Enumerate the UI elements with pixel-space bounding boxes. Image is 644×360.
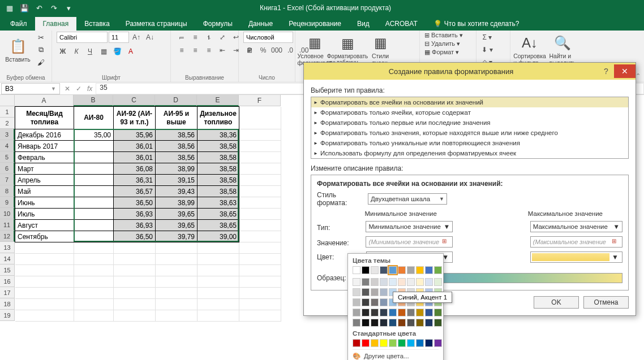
table-cell[interactable]: 38,58: [198, 175, 239, 186]
cancel-button[interactable]: Отмена: [583, 296, 629, 309]
row-header-10[interactable]: 10: [0, 208, 15, 219]
table-header-cell[interactable]: Месяц/Вид топлива: [15, 107, 74, 129]
fill-color-button[interactable]: 🪣: [111, 46, 123, 57]
delete-cells-button[interactable]: ⊟ Удалить ▾: [424, 40, 460, 47]
table-cell[interactable]: 38,36: [198, 129, 239, 141]
color-swatch[interactable]: [353, 298, 360, 306]
color-swatch[interactable]: [362, 266, 370, 274]
min-type-combo[interactable]: Минимальное значение▼: [366, 221, 453, 232]
rule-type-list[interactable]: Форматировать все ячейки на основании их…: [311, 97, 629, 159]
color-swatch[interactable]: [380, 266, 388, 274]
copy-button[interactable]: ⧉: [35, 44, 47, 55]
table-cell[interactable]: 36,50: [114, 197, 156, 209]
color-swatch[interactable]: [416, 319, 424, 327]
table-cell[interactable]: 39,43: [156, 186, 198, 197]
color-swatch[interactable]: [353, 309, 360, 316]
table-cell[interactable]: [74, 152, 114, 163]
color-swatch[interactable]: [371, 339, 379, 347]
undo-button[interactable]: ↶: [33, 2, 45, 14]
save-button[interactable]: 💾: [18, 2, 31, 14]
redo-button[interactable]: ↷: [48, 2, 60, 14]
autosum-button[interactable]: Σ ▾: [481, 32, 493, 43]
table-cell[interactable]: 38,58: [198, 141, 239, 152]
table-cell[interactable]: 38,99: [156, 163, 198, 175]
table-cell[interactable]: 36,50: [114, 231, 156, 242]
table-cell[interactable]: 36,01: [114, 152, 156, 163]
table-cell[interactable]: 38,56: [156, 129, 198, 141]
table-cell[interactable]: 36,31: [114, 175, 156, 186]
table-row-month[interactable]: Июнь: [15, 197, 74, 209]
range-picker-icon[interactable]: ⊞: [442, 238, 450, 246]
table-cell[interactable]: 38,99: [156, 197, 198, 209]
table-row-month[interactable]: Сентябрь: [15, 231, 74, 242]
color-swatch[interactable]: [425, 319, 433, 327]
table-cell[interactable]: 38,58: [198, 163, 239, 175]
tab-page-layout[interactable]: Разметка страницы: [118, 17, 195, 31]
color-swatch[interactable]: [362, 288, 370, 296]
number-format-combo[interactable]: Числовой: [243, 32, 293, 43]
color-swatch[interactable]: [362, 309, 370, 316]
table-row-month[interactable]: Май: [15, 186, 74, 197]
tell-me[interactable]: 💡Что вы хотите сделать?: [426, 17, 527, 31]
align-bottom-button[interactable]: ⫮: [203, 32, 215, 43]
color-swatch[interactable]: [407, 339, 415, 347]
table-cell[interactable]: 36,93: [114, 209, 156, 220]
color-swatch[interactable]: [353, 266, 360, 274]
color-swatch[interactable]: [434, 266, 442, 274]
color-swatch[interactable]: [434, 278, 442, 286]
row-header-1[interactable]: 1: [0, 106, 15, 118]
accounting-button[interactable]: ₽: [243, 45, 256, 56]
table-header-cell[interactable]: АИ-92 (АИ- 93 и т.п.): [114, 107, 156, 129]
table-cell[interactable]: 38,58: [198, 152, 239, 163]
color-swatch[interactable]: [425, 266, 433, 274]
table-cell[interactable]: 39,15: [156, 175, 198, 186]
name-box[interactable]: B3 ▼: [1, 83, 60, 94]
table-cell[interactable]: 39,79: [156, 231, 198, 242]
increase-font-button[interactable]: A↑: [130, 32, 143, 43]
table-row-month[interactable]: Январь 2017: [15, 141, 74, 152]
align-right-button[interactable]: ≡: [203, 45, 215, 56]
tab-formulas[interactable]: Формулы: [195, 17, 241, 31]
align-center-button[interactable]: ≡: [189, 45, 201, 56]
bold-button[interactable]: Ж: [57, 46, 69, 57]
table-cell[interactable]: [74, 231, 114, 242]
fill-button[interactable]: ⬇ ▾: [481, 44, 493, 55]
col-header-C[interactable]: C: [113, 95, 155, 106]
cancel-formula-button[interactable]: ✕: [65, 85, 70, 93]
table-cell[interactable]: 36,93: [114, 220, 156, 231]
color-swatch[interactable]: [398, 266, 406, 274]
cut-button[interactable]: ✂: [35, 32, 47, 43]
row-header-2[interactable]: 2: [0, 118, 15, 129]
color-swatch[interactable]: [407, 266, 415, 274]
color-swatch[interactable]: [434, 319, 442, 327]
dialog-titlebar[interactable]: Создание правила форматирования ? ✕: [304, 63, 636, 80]
col-header-D[interactable]: D: [155, 95, 197, 106]
color-swatch[interactable]: [371, 319, 379, 327]
color-swatch[interactable]: [389, 339, 397, 347]
row-header-18[interactable]: 18: [0, 298, 15, 310]
select-all-corner[interactable]: [0, 95, 15, 106]
fx-button[interactable]: fx: [87, 85, 92, 93]
color-swatch[interactable]: [416, 278, 424, 286]
row-header-14[interactable]: 14: [0, 253, 15, 264]
table-row-month[interactable]: Декабрь 2016: [15, 129, 74, 141]
table-cell[interactable]: [74, 209, 114, 220]
row-header-11[interactable]: 11: [0, 219, 15, 231]
tab-file[interactable]: Файл: [2, 17, 35, 31]
rule-type-item[interactable]: Форматировать только значения, которые н…: [311, 128, 628, 138]
row-header-7[interactable]: 7: [0, 174, 15, 185]
color-swatch[interactable]: [407, 309, 415, 316]
color-swatch[interactable]: [353, 339, 360, 347]
range-picker-icon[interactable]: ⊞: [612, 238, 620, 246]
color-swatch[interactable]: [389, 278, 397, 286]
color-swatch[interactable]: [362, 319, 370, 327]
insert-cells-button[interactable]: ⊞ Вставить ▾: [424, 32, 463, 39]
table-cell[interactable]: 36,08: [114, 163, 156, 175]
table-cell[interactable]: 38,63: [198, 197, 239, 209]
qat-customize[interactable]: ▾: [62, 2, 75, 14]
color-swatch[interactable]: [380, 298, 388, 306]
color-swatch[interactable]: [380, 319, 388, 327]
color-swatch[interactable]: [398, 278, 406, 286]
tab-insert[interactable]: Вставка: [76, 17, 118, 31]
color-swatch[interactable]: [398, 309, 406, 316]
